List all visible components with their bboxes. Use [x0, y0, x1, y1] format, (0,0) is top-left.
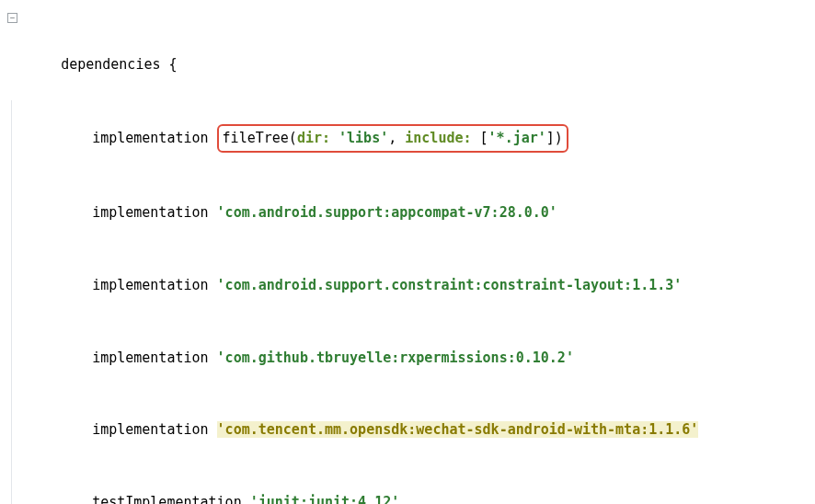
fold-toggle-icon[interactable]: −: [7, 13, 17, 23]
code-line: implementation fileTree(dir: 'libs', inc…: [7, 100, 808, 177]
block-open: dependencies {: [61, 56, 177, 73]
gutter: [6, 321, 18, 394]
highlight-box-filetree: fileTree(dir: 'libs', include: ['*.jar']…: [217, 124, 568, 152]
code-line: implementation 'com.android.support.cons…: [7, 249, 808, 322]
gutter: [6, 466, 18, 504]
code-line: − dependencies {: [7, 4, 808, 100]
gutter: [6, 249, 18, 322]
code-line: implementation 'com.tencent.mm.opensdk:w…: [7, 394, 808, 466]
keyword-implementation: implementation: [92, 130, 208, 146]
bracket-close: ]): [546, 130, 563, 146]
arg-include-val: '*.jar': [488, 130, 546, 146]
gutter: [6, 177, 18, 249]
separator: ,: [388, 130, 405, 146]
code-block: − dependencies { implementation fileTree…: [7, 4, 808, 504]
keyword-implementation: implementation: [92, 204, 208, 221]
dep-wechat: 'com.tencent.mm.opensdk:wechat-sdk-andro…: [217, 421, 699, 438]
arg-dir-val: 'libs': [339, 130, 388, 146]
bracket-open: [: [472, 130, 488, 146]
dep-rxpermissions: 'com.github.tbruyelle:rxpermissions:0.10…: [217, 349, 574, 366]
keyword-implementation: implementation: [92, 277, 208, 293]
arg-include-key: include:: [405, 130, 471, 146]
gutter: [6, 394, 18, 466]
dep-junit: 'junit:junit:4.12': [250, 494, 400, 504]
code-line: implementation 'com.android.support:appc…: [7, 177, 808, 249]
gutter: [6, 100, 18, 177]
keyword-implementation: implementation: [92, 421, 208, 438]
dep-appcompat: 'com.android.support:appcompat-v7:28.0.0…: [217, 204, 557, 221]
gutter: −: [6, 4, 18, 100]
keyword-testimplementation: testImplementation: [92, 494, 242, 504]
keyword-implementation: implementation: [92, 349, 208, 366]
arg-dir-key: dir:: [297, 130, 330, 146]
dep-constraint: 'com.android.support.constraint:constrai…: [217, 277, 683, 293]
code-line: implementation 'com.github.tbruyelle:rxp…: [7, 321, 808, 394]
call-filetree: fileTree: [223, 130, 289, 146]
code-line: testImplementation 'junit:junit:4.12': [7, 466, 808, 504]
